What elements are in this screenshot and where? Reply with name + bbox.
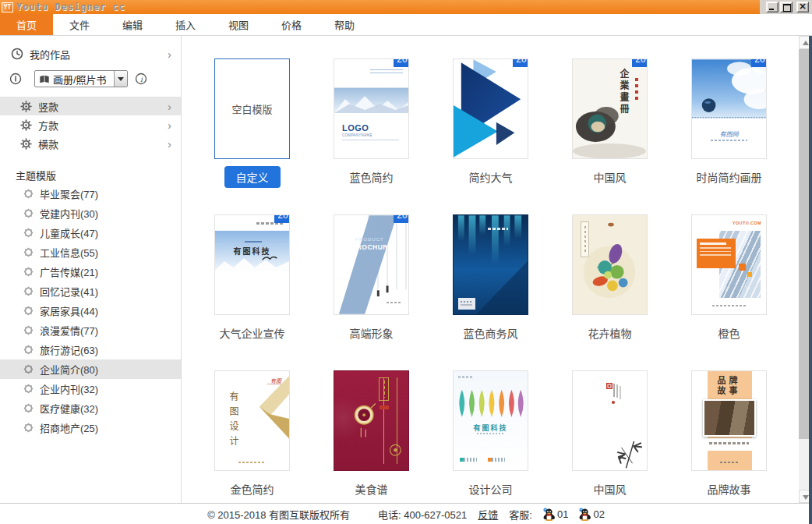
theme-label: 回忆记录(41) bbox=[40, 284, 98, 299]
template-thumbnail[interactable]: 企業畫冊 20 bbox=[572, 58, 648, 159]
theme-label: 招商地产(25) bbox=[40, 420, 98, 435]
sidebar-item-square[interactable]: 方款 bbox=[0, 115, 181, 134]
template-card-blank: 空白模版 自定义 bbox=[192, 50, 312, 206]
thumbnail-art-text: 品牌 bbox=[692, 376, 766, 386]
menu-item-view[interactable]: 视图 bbox=[212, 14, 265, 35]
thumbnail-art bbox=[711, 140, 747, 141]
menu-item-home[interactable]: 首页 bbox=[0, 14, 53, 35]
theme-item-travel[interactable]: 旅行游记(63) bbox=[0, 340, 181, 359]
theme-item-party[interactable]: 党建内刊(30) bbox=[0, 204, 181, 223]
template-title: 时尚简约画册 bbox=[697, 169, 762, 185]
template-grid: 空白模版 自定义 LOGO bbox=[182, 36, 799, 503]
menu-item-help[interactable]: 帮助 bbox=[318, 14, 371, 35]
template-card: 蓝色商务风 bbox=[431, 206, 550, 362]
chevron-right-icon bbox=[168, 119, 171, 131]
template-title: 橙色 bbox=[718, 325, 740, 341]
template-card: 有图网 20 时尚简约画册 bbox=[669, 50, 789, 206]
sidebar-item-horizontal[interactable]: 横款 bbox=[0, 134, 181, 153]
thumbnail-art bbox=[488, 458, 505, 462]
sidebar-item-vertical[interactable]: 竖款 bbox=[0, 97, 181, 115]
info-icon[interactable]: i bbox=[135, 73, 147, 85]
template-thumbnail[interactable] bbox=[453, 214, 528, 315]
seal-icon bbox=[23, 208, 34, 218]
theme-label: 浪漫爱情(77) bbox=[40, 323, 98, 338]
template-thumbnail[interactable]: 有图科技 20 bbox=[214, 214, 290, 315]
theme-item-children[interactable]: 儿童成长(47) bbox=[0, 223, 181, 243]
seal-icon bbox=[23, 247, 34, 257]
theme-item-advertising[interactable]: 广告传媒(21) bbox=[0, 262, 181, 281]
dropdown-arrow-icon[interactable] bbox=[114, 71, 127, 87]
menu-item-insert[interactable]: 插入 bbox=[159, 14, 212, 35]
thumbnail-art-text: PRODUCT bbox=[355, 237, 384, 242]
template-thumbnail[interactable]: 20 bbox=[453, 58, 528, 159]
orientation-label: 竖款 bbox=[38, 99, 58, 114]
template-thumbnail[interactable]: 有图网 20 bbox=[691, 58, 767, 159]
theme-item-real-estate[interactable]: 招商地产(25) bbox=[0, 418, 181, 437]
theme-item-graduation[interactable]: 毕业聚会(77) bbox=[0, 184, 181, 204]
customize-button[interactable]: 自定义 bbox=[224, 166, 281, 188]
theme-label: 家居家具(44) bbox=[40, 303, 98, 318]
template-card: 有图 有图设计 金色简约 bbox=[192, 362, 312, 518]
thumbnail-art bbox=[573, 59, 647, 158]
template-thumbnail[interactable]: PRODUCT BROCHURE 20 bbox=[334, 214, 409, 315]
template-card: PRODUCT BROCHURE 20 高端形象 bbox=[312, 206, 431, 362]
template-thumbnail[interactable]: 品牌 故事 bbox=[691, 370, 767, 471]
menu-item-edit[interactable]: 编辑 bbox=[106, 14, 159, 35]
category-select[interactable]: 画册/照片书 bbox=[34, 70, 128, 87]
theme-label: 工业信息(55) bbox=[40, 245, 98, 260]
theme-item-medical[interactable]: 医疗健康(32) bbox=[0, 398, 181, 418]
menu-item-file[interactable]: 文件 bbox=[53, 14, 106, 35]
minimize-button[interactable] bbox=[766, 2, 778, 12]
theme-item-company-profile[interactable]: 企业简介(80) bbox=[0, 359, 181, 379]
template-title: 品牌故事 bbox=[708, 481, 751, 497]
theme-label: 儿童成长(47) bbox=[40, 225, 98, 240]
theme-item-romance[interactable]: 浪漫爱情(77) bbox=[0, 320, 181, 340]
seal-icon bbox=[23, 286, 34, 296]
template-thumbnail[interactable]: LOGO COMPANYNAME 20 bbox=[334, 58, 409, 159]
thumbnail-art bbox=[488, 228, 508, 230]
template-thumbnail[interactable] bbox=[334, 370, 409, 471]
theme-item-industry[interactable]: 工业信息(55) bbox=[0, 243, 181, 262]
thumbnail-logo-text: LOGO bbox=[342, 123, 369, 133]
template-thumbnail[interactable]: 有图 有图设计 bbox=[214, 370, 290, 471]
window-right-border bbox=[809, 36, 812, 524]
template-badge: 20 bbox=[394, 58, 409, 67]
maximize-button[interactable] bbox=[780, 2, 793, 12]
thumbnail-art-text: 有图科技 bbox=[215, 245, 289, 257]
menu-item-price[interactable]: 价格 bbox=[265, 14, 318, 35]
thumbnail-art bbox=[477, 433, 504, 434]
template-badge: 20 bbox=[632, 58, 648, 67]
sidebar-item-my-works[interactable]: 我的作品 bbox=[0, 44, 181, 64]
thumbnail-art-text: 品牌 故事 bbox=[692, 376, 766, 396]
svg-text:i: i bbox=[140, 76, 143, 83]
seal-icon bbox=[23, 403, 34, 413]
theme-label: 党建内刊(30) bbox=[40, 206, 98, 221]
thumbnail-art bbox=[700, 254, 731, 256]
template-thumbnail[interactable] bbox=[572, 370, 648, 471]
template-thumbnail[interactable] bbox=[572, 214, 648, 315]
thumbnail-art bbox=[334, 371, 408, 470]
seal-icon bbox=[23, 228, 34, 238]
thumbnail-art bbox=[245, 241, 262, 243]
theme-item-memories[interactable]: 回忆记录(41) bbox=[0, 281, 181, 301]
category-row: 画册/照片书 i bbox=[0, 67, 181, 90]
template-title: 中国风 bbox=[594, 481, 627, 497]
template-thumbnail[interactable]: YOUTU.COM bbox=[691, 214, 767, 315]
window-controls bbox=[760, 0, 812, 14]
template-thumbnail[interactable]: 有图科技 bbox=[453, 370, 528, 471]
close-button[interactable] bbox=[796, 2, 809, 12]
theme-item-furniture[interactable]: 家居家具(44) bbox=[0, 301, 181, 320]
template-badge: 20 bbox=[394, 214, 409, 223]
template-title: 蓝色简约 bbox=[350, 169, 394, 185]
blank-template-thumbnail[interactable]: 空白模版 bbox=[214, 58, 290, 159]
pen-circle-icon bbox=[9, 73, 22, 85]
theme-item-company-journal[interactable]: 企业内刊(32) bbox=[0, 379, 181, 398]
thumbnail-art bbox=[334, 215, 408, 314]
thumbnail-art bbox=[692, 59, 766, 158]
my-works-label: 我的作品 bbox=[30, 47, 70, 62]
template-title: 美食谱 bbox=[355, 481, 388, 497]
thumbnail-art bbox=[703, 399, 756, 437]
template-title: 蓝色商务风 bbox=[464, 325, 518, 341]
titlebar: YT Youtu Designer cc bbox=[0, 0, 812, 14]
thumbnail-art-text: 有图科技 bbox=[454, 423, 528, 433]
